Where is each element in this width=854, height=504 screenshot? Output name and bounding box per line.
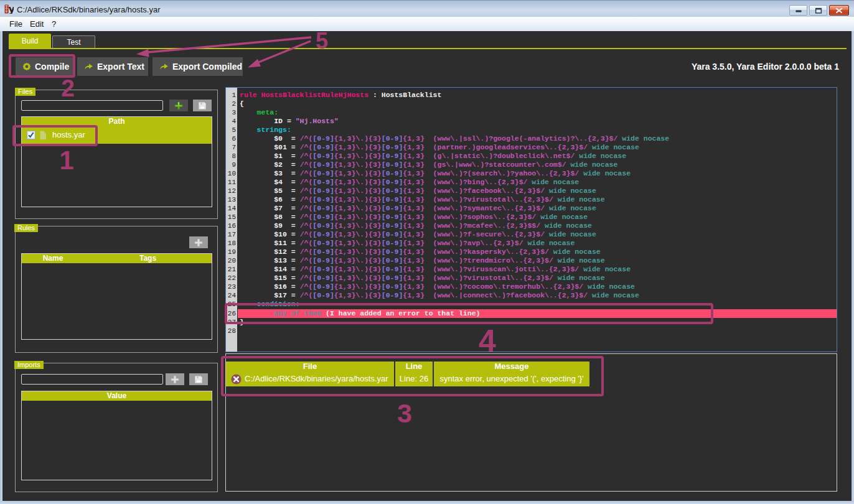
gutter-line-number: 23 — [228, 282, 236, 291]
code-line-1[interactable]: rule HostsBlacklistRuleHjHosts : HostsBl… — [240, 91, 441, 100]
code-line-16[interactable]: $9 = /^([0-9]{1,3}\.){3}[0-9]{1,3} (www\… — [240, 222, 592, 230]
gutter-line-number: 9 — [232, 161, 236, 169]
rules-col-tags[interactable]: Tags — [84, 254, 212, 263]
gutter-line-number: 13 — [228, 195, 236, 204]
code-line-5[interactable]: strings: — [240, 126, 291, 134]
file-row-hosts[interactable]: hosts.yar — [22, 126, 212, 144]
code-line-7[interactable]: $01 = /^([0-9]{1,3}\.){3}[0-9]{1,3} (par… — [240, 143, 639, 152]
menu-help[interactable]: ? — [52, 17, 56, 31]
code-line-13[interactable]: $6 = /^([0-9]{1,3}\.){3}[0-9]{1,3} (www\… — [240, 195, 605, 204]
code-line-22[interactable]: $15 = /^([0-9]{1,3}\.){3}[0-9]{1,3} (www… — [240, 274, 605, 282]
save-floppy-icon — [198, 101, 207, 110]
code-line-20[interactable]: $13 = /^([0-9]{1,3}\.){3}[0-9]{1,3} (www… — [240, 256, 605, 265]
gutter-line-number: 2 — [232, 100, 236, 108]
gutter-line-number: 26 — [228, 309, 236, 318]
file-page-icon — [39, 131, 47, 140]
maximize-button[interactable] — [809, 5, 827, 16]
gutter-line-number: 27 — [228, 318, 236, 327]
code-line-18[interactable]: $11 = /^([0-9]{1,3}\.){3}[0-9]{1,3} (www… — [240, 239, 575, 248]
menu-edit[interactable]: Edit — [30, 17, 44, 31]
errors-col-file[interactable]: File — [226, 362, 394, 371]
arrow-head-left — [136, 49, 149, 57]
gutter-line-number: 10 — [228, 169, 236, 178]
files-group-label: Files — [15, 88, 35, 96]
code-line-15[interactable]: $8 = /^([0-9]{1,3}\.){3}[0-9]{1,3} (www\… — [240, 213, 588, 222]
code-line-19[interactable]: $12 = /^([0-9]{1,3}\.){3}[0-9]{1,3} (www… — [240, 248, 601, 256]
error-file-path: C:/Adlice/RKSdk/binaries/yara/hosts.yar — [245, 371, 388, 386]
gutter-line-number: 28 — [228, 327, 236, 335]
code-line-17[interactable]: $10 = /^([0-9]{1,3}\.){3}[0-9]{1,3} (www… — [240, 230, 596, 239]
gutter-line-number: 3 — [232, 108, 236, 117]
close-button[interactable] — [829, 5, 849, 16]
error-row-line[interactable]: Line: 26 — [395, 371, 433, 386]
maximize-icon — [815, 7, 822, 14]
code-line-8[interactable]: $1 = /^([0-9]{1,3}\.){3}[0-9]{1,3} (g\.|… — [240, 152, 626, 161]
gutter-line-number: 6 — [232, 134, 236, 143]
export-compiled-button[interactable]: Export Compiled — [152, 57, 243, 76]
gutter-line-number: 20 — [228, 256, 236, 265]
imports-table: Value — [21, 391, 212, 480]
compile-button[interactable]: Compile — [16, 57, 73, 76]
code-line-3[interactable]: meta: — [240, 108, 278, 117]
version-label: Yara 3.5.0, Yara Editor 2.0.0.0 beta 1 — [692, 57, 839, 76]
arrow-head-right — [248, 59, 261, 68]
error-row-message[interactable]: syntax error, unexpected '(', expecting … — [434, 371, 589, 386]
code-line-25[interactable]: condition: — [240, 300, 300, 309]
error-cross-icon — [231, 374, 242, 385]
app-icon: y — [4, 4, 14, 14]
code-line-23[interactable]: $16 = /^([0-9]{1,3}\.){3}[0-9]{1,3} (www… — [240, 282, 635, 291]
code-line-24[interactable]: $17 = /^([0-9]{1,3}\.){3}[0-9]{1,3} (www… — [240, 291, 639, 300]
code-line-2[interactable]: { — [240, 100, 244, 108]
rules-group-label: Rules — [14, 224, 38, 232]
save-import-button[interactable] — [189, 373, 208, 385]
gutter-line-number: 12 — [228, 187, 236, 195]
gutter-line-number: 16 — [228, 222, 236, 230]
code-line-26[interactable]: any of them (I have added an error to th… — [240, 309, 480, 318]
code-line-11[interactable]: $4 = /^([0-9]{1,3}\.){3}[0-9]{1,3} (www\… — [240, 178, 579, 187]
file-checkbox[interactable] — [27, 131, 35, 142]
save-floppy-icon — [194, 375, 203, 384]
code-line-4[interactable]: ID = "Hj.Hosts" — [240, 117, 339, 126]
minimize-button[interactable] — [789, 5, 807, 16]
add-file-button[interactable] — [169, 100, 188, 111]
code-line-9[interactable]: $2 = /^([0-9]{1,3}\.){3}[0-9]{1,3} (gs\.… — [240, 161, 617, 169]
rules-col-name[interactable]: Name — [22, 254, 84, 263]
code-line-27[interactable]: } — [240, 318, 244, 327]
close-icon — [835, 7, 843, 14]
tab-underline — [9, 48, 847, 49]
yara-editor-window: y C:/Adlice/RKSdk/binaries/yara/hosts.ya… — [0, 0, 854, 504]
window-border-right — [852, 31, 854, 504]
imports-col-value[interactable]: Value — [22, 391, 212, 401]
code-line-10[interactable]: $3 = /^([0-9]{1,3}\.){3}[0-9]{1,3} (www\… — [240, 169, 631, 178]
gutter-line-number: 14 — [228, 204, 236, 213]
title-bar[interactable]: y C:/Adlice/RKSdk/binaries/yara/hosts.ya… — [0, 0, 854, 17]
errors-col-line[interactable]: Line — [395, 362, 433, 371]
file-path-input[interactable] — [21, 100, 163, 111]
save-file-button[interactable] — [193, 100, 212, 111]
tab-test[interactable]: Test — [52, 35, 95, 49]
editor-gutter: 1234567891011121314151617181920212223242… — [226, 88, 237, 352]
file-name: hosts.yar — [52, 126, 85, 144]
code-line-12[interactable]: $5 = /^([0-9]{1,3}\.){3}[0-9]{1,3} (www\… — [240, 187, 596, 195]
add-import-button[interactable] — [166, 373, 184, 385]
code-line-14[interactable]: $7 = /^([0-9]{1,3}\.){3}[0-9]{1,3} (www\… — [240, 204, 596, 213]
tab-build[interactable]: Build — [9, 34, 51, 49]
gutter-line-number: 21 — [228, 265, 236, 274]
add-rule-button[interactable] — [189, 236, 208, 248]
gutter-line-number: 4 — [232, 117, 236, 126]
menu-file[interactable]: File — [9, 17, 22, 31]
errors-col-message[interactable]: Message — [434, 362, 589, 371]
code-editor[interactable]: 1234567891011121314151617181920212223242… — [225, 87, 837, 352]
code-line-6[interactable]: $0 = /^([0-9]{1,3}\.){3}[0-9]{1,3} (www\… — [240, 134, 669, 143]
files-col-path[interactable]: Path — [22, 117, 212, 126]
gutter-line-number: 15 — [228, 213, 236, 222]
errors-separator-2 — [433, 362, 434, 386]
errors-separator-1 — [394, 362, 395, 386]
add-plus-icon — [174, 101, 183, 110]
gutter-line-number: 11 — [228, 178, 236, 187]
import-input[interactable] — [21, 374, 163, 385]
compile-label: Compile — [35, 62, 69, 72]
export-text-button[interactable]: Export Text — [77, 57, 148, 76]
code-line-21[interactable]: $14 = /^([0-9]{1,3}\.){3}[0-9]{1,3} (www… — [240, 265, 631, 274]
error-row-file[interactable]: C:/Adlice/RKSdk/binaries/yara/hosts.yar — [226, 371, 394, 386]
